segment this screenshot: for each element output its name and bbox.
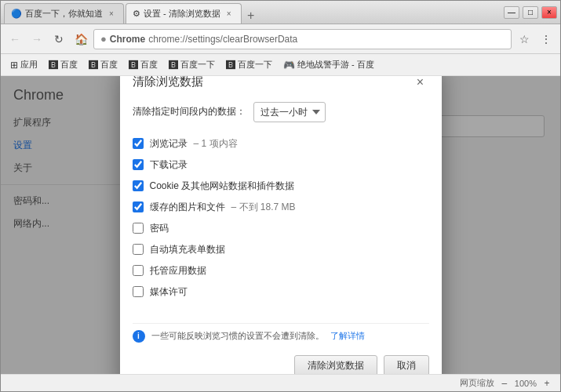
bookmark-apps-label: 应用 bbox=[20, 59, 38, 71]
checkbox-media-input[interactable] bbox=[133, 286, 144, 297]
tab-baidu-close[interactable]: × bbox=[106, 9, 117, 20]
main-content: Chrome 扩展程序 设置 关于 密码和... 网络内... 设置 bbox=[1, 76, 560, 374]
tab-settings[interactable]: ⚙ 设置 - 清除浏览数据 × bbox=[126, 3, 242, 24]
window-controls: — □ × bbox=[504, 6, 557, 19]
info-link[interactable]: 了解详情 bbox=[330, 330, 365, 342]
baidu-icon-3: 🅱 bbox=[129, 60, 138, 71]
game-icon: 🎮 bbox=[283, 60, 295, 71]
back-button[interactable]: ← bbox=[5, 30, 24, 49]
checkbox-cookies-label: Cookie 及其他网站数据和插件数据 bbox=[150, 180, 295, 193]
checkbox-cookies[interactable]: Cookie 及其他网站数据和插件数据 bbox=[133, 176, 429, 197]
tab-settings-icon: ⚙ bbox=[133, 9, 140, 19]
time-range-select[interactable]: 过去一小时 过去一天 过去一周 过去四周 全部 bbox=[253, 102, 326, 122]
info-text: 一些可能反映浏览习惯的设置不会遭到清除。 bbox=[151, 330, 324, 342]
modal-overlay: 清除浏览数据 × 清除指定时间段内的数据： 过去一小时 过去一天 过去一周 过去… bbox=[1, 76, 560, 374]
url-bar[interactable]: ● Chrome chrome://settings/clearBrowserD… bbox=[93, 29, 512, 49]
checkbox-cache-detail: – 不到 18.7 MB bbox=[231, 201, 296, 214]
url-path: chrome://settings/clearBrowserData bbox=[148, 34, 297, 45]
checkbox-history[interactable]: 浏览记录 – 1 项内容 bbox=[133, 133, 429, 154]
checkbox-downloads-label: 下载记录 bbox=[150, 158, 188, 172]
secure-icon: ● bbox=[100, 33, 107, 45]
tab-bar: 🔵 百度一下，你就知道 × ⚙ 设置 - 清除浏览数据 × + bbox=[4, 1, 504, 24]
bookmark-game[interactable]: 🎮 绝地战警手游 - 百度 bbox=[279, 57, 379, 72]
bookmark-baidu-3-label: 百度 bbox=[140, 59, 158, 71]
address-bar: ← → ↻ 🏠 ● Chrome chrome://settings/clear… bbox=[1, 24, 560, 54]
zoom-label: 网页缩放 bbox=[460, 377, 494, 389]
button-row: 清除浏览数据 取消 bbox=[133, 355, 429, 375]
bookmark-baidu-4[interactable]: 🅱 百度一下 bbox=[164, 57, 220, 72]
more-menu-button[interactable]: ⋮ bbox=[537, 30, 556, 49]
checkbox-cache[interactable]: 缓存的图片和文件 – 不到 18.7 MB bbox=[133, 197, 429, 218]
checkbox-autofill-input[interactable] bbox=[133, 244, 144, 255]
status-bar: 网页缩放 – 100% + bbox=[1, 374, 560, 391]
checkbox-cookies-input[interactable] bbox=[133, 180, 144, 191]
new-tab-button[interactable]: + bbox=[243, 8, 259, 24]
tab-baidu-icon: 🔵 bbox=[11, 9, 22, 19]
bookmark-baidu-3[interactable]: 🅱 百度 bbox=[124, 57, 162, 72]
info-icon: i bbox=[133, 330, 145, 343]
bookmark-baidu-1-label: 百度 bbox=[60, 59, 78, 71]
zoom-value: 100% bbox=[515, 379, 537, 388]
checkbox-cache-input[interactable] bbox=[133, 201, 144, 212]
dialog-footer: i 一些可能反映浏览习惯的设置不会遭到清除。 了解详情 清除浏览数据 取消 bbox=[120, 310, 442, 375]
zoom-control: 网页缩放 – 100% + bbox=[460, 376, 554, 390]
baidu-icon-1: 🅱 bbox=[49, 60, 58, 71]
home-button[interactable]: 🏠 bbox=[71, 30, 90, 49]
browser-window: 🔵 百度一下，你就知道 × ⚙ 设置 - 清除浏览数据 × + — □ × ← … bbox=[0, 0, 561, 392]
forward-button[interactable]: → bbox=[27, 30, 46, 49]
dialog-close-button[interactable]: × bbox=[412, 76, 429, 91]
tab-baidu-label: 百度一下，你就知道 bbox=[25, 8, 103, 20]
clear-data-button[interactable]: 清除浏览数据 bbox=[294, 355, 377, 375]
bookmark-baidu-1[interactable]: 🅱 百度 bbox=[44, 57, 82, 72]
bookmark-baidu-2-label: 百度 bbox=[100, 59, 118, 71]
info-row: i 一些可能反映浏览习惯的设置不会遭到清除。 了解详情 bbox=[133, 323, 429, 346]
dialog-title: 清除浏览数据 bbox=[133, 76, 203, 89]
checkbox-passwords[interactable]: 密码 bbox=[133, 218, 429, 239]
bookmark-baidu-2[interactable]: 🅱 百度 bbox=[84, 57, 122, 72]
checkbox-history-detail: – 1 项内容 bbox=[194, 137, 238, 151]
checkbox-hosted-input[interactable] bbox=[133, 265, 144, 276]
titlebar: 🔵 百度一下，你就知道 × ⚙ 设置 - 清除浏览数据 × + — □ × bbox=[1, 1, 560, 24]
checkbox-media-label: 媒体许可 bbox=[150, 285, 188, 299]
checkbox-passwords-input[interactable] bbox=[133, 223, 144, 234]
checkbox-history-label: 浏览记录 bbox=[150, 137, 188, 151]
dialog-body: 清除指定时间段内的数据： 过去一小时 过去一天 过去一周 过去四周 全部 浏览记… bbox=[120, 99, 442, 310]
cancel-button[interactable]: 取消 bbox=[384, 355, 429, 375]
maximize-button[interactable]: □ bbox=[523, 6, 538, 19]
bookmark-game-label: 绝地战警手游 - 百度 bbox=[297, 59, 374, 71]
apps-icon: ⊞ bbox=[10, 60, 18, 71]
checkbox-downloads-input[interactable] bbox=[133, 159, 144, 170]
tab-baidu[interactable]: 🔵 百度一下，你就知道 × bbox=[4, 3, 124, 24]
bookmark-baidu-4-label: 百度一下 bbox=[180, 59, 215, 71]
minimize-button[interactable]: — bbox=[504, 6, 519, 19]
checkbox-autofill[interactable]: 自动填充表单数据 bbox=[133, 239, 429, 260]
checkbox-downloads[interactable]: 下载记录 bbox=[133, 154, 429, 176]
checkbox-autofill-label: 自动填充表单数据 bbox=[150, 243, 225, 256]
checkbox-history-input[interactable] bbox=[133, 138, 144, 149]
checkbox-cache-label: 缓存的图片和文件 bbox=[150, 201, 225, 214]
bookmarks-bar: ⊞ 应用 🅱 百度 🅱 百度 🅱 百度 🅱 百度一下 🅱 百度一下 🎮 绝地战警… bbox=[1, 54, 560, 76]
baidu-icon-2: 🅱 bbox=[89, 60, 98, 71]
star-button[interactable]: ☆ bbox=[515, 30, 534, 49]
zoom-in-button[interactable]: + bbox=[540, 376, 554, 390]
baidu-icon-5: 🅱 bbox=[226, 60, 235, 71]
time-range-label: 清除指定时间段内的数据： bbox=[133, 105, 246, 118]
tab-settings-close[interactable]: × bbox=[224, 9, 235, 20]
clear-data-dialog: 清除浏览数据 × 清除指定时间段内的数据： 过去一小时 过去一天 过去一周 过去… bbox=[120, 76, 442, 374]
checkbox-hosted-label: 托管应用数据 bbox=[150, 264, 206, 278]
checkbox-passwords-label: 密码 bbox=[150, 222, 169, 235]
bookmark-baidu-5-label: 百度一下 bbox=[238, 59, 272, 71]
reload-button[interactable]: ↻ bbox=[49, 30, 68, 49]
close-button[interactable]: × bbox=[541, 6, 557, 19]
checkbox-media[interactable]: 媒体许可 bbox=[133, 281, 429, 303]
checkbox-hosted[interactable]: 托管应用数据 bbox=[133, 260, 429, 281]
tab-settings-label: 设置 - 清除浏览数据 bbox=[144, 8, 220, 20]
url-brand: Chrome bbox=[110, 34, 145, 45]
dialog-header: 清除浏览数据 × bbox=[120, 76, 442, 99]
time-range-row: 清除指定时间段内的数据： 过去一小时 过去一天 过去一周 过去四周 全部 bbox=[133, 102, 429, 122]
bookmark-apps[interactable]: ⊞ 应用 bbox=[5, 57, 42, 72]
bookmark-baidu-5[interactable]: 🅱 百度一下 bbox=[221, 57, 277, 72]
zoom-out-button[interactable]: – bbox=[497, 376, 512, 390]
baidu-icon-4: 🅱 bbox=[169, 60, 178, 71]
